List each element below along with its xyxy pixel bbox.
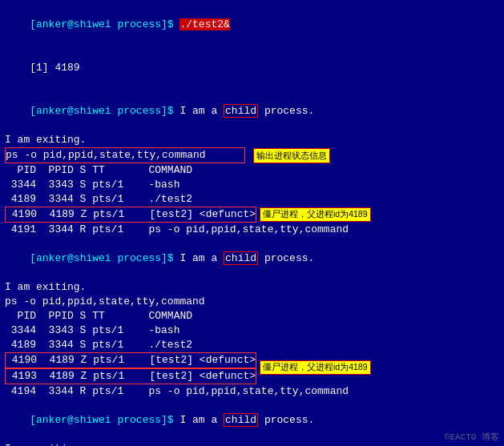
line-2: [1] 4189 <box>5 46 499 90</box>
annotation-zombie-2: 僵尸进程，父进程id为4189 <box>260 360 371 375</box>
zombie-row-1: 4190 4189 Z pts/1 [test2] <defunct> 僵尸进程… <box>5 207 499 223</box>
line-child-2: [anker@shiwei process]$ I am a child pro… <box>5 237 499 280</box>
row-4191: 4191 3344 R pts/1 ps -o pid,ppid,state,t… <box>5 223 499 237</box>
table-header-1: PID PPID S TT COMMAND <box>5 163 499 178</box>
watermark: ©EACTO 博客 <box>445 431 499 443</box>
line-4: I am exiting. <box>5 133 499 147</box>
prompt-1: [anker@shiwei process]$ <box>30 18 179 30</box>
row-3344-1: 3344 3343 S pts/1 -bash <box>5 178 499 192</box>
line-exit-3: I am exiting. <box>5 442 499 446</box>
zombie-rows-block: 4190 4189 Z pts/1 [test2] <defunct> 4193… <box>5 352 499 384</box>
zombie-4193: 4193 4189 Z pts/1 [test2] <defunct> <box>5 368 256 384</box>
line-3: [anker@shiwei process]$ I am a child pro… <box>5 90 499 133</box>
annotation-zombie-1: 僵尸进程，父进程id为4189 <box>260 207 371 222</box>
ps-cmd-1: ps -o pid,ppid,state,tty,command <box>5 147 245 163</box>
zombie-4190-2: 4190 4189 Z pts/1 [test2] <defunct> <box>5 352 256 368</box>
line-child-3: [anker@shiwei process]$ I am a child pro… <box>5 399 499 442</box>
line-1: [anker@shiwei process]$ ./test2& <box>5 3 499 46</box>
table-header-2: PID PPID S TT COMMAND <box>5 309 499 323</box>
zombie-4190-1: 4190 4189 Z pts/1 [test2] <defunct> <box>5 207 256 223</box>
row-4189-1: 4189 3344 S pts/1 ./test2 <box>5 192 499 207</box>
terminal: [anker@shiwei process]$ ./test2& [1] 418… <box>0 0 504 446</box>
row-3344-2: 3344 3343 S pts/1 -bash <box>5 323 499 338</box>
row-4194: 4194 3344 R pts/1 ps -o pid,ppid,state,t… <box>5 384 499 399</box>
line-exit-2: I am exiting. <box>5 280 499 295</box>
row-4189-2: 4189 3344 S pts/1 ./test2 <box>5 338 499 352</box>
ps-section-1: ps -o pid,ppid,state,tty,command 输出进程状态信… <box>5 147 499 163</box>
command-1: ./test2& <box>179 18 229 30</box>
ps-cmd-2: ps -o pid,ppid,state,tty,command <box>5 295 499 309</box>
annotation-ps-info: 输出进程状态信息 <box>253 148 330 163</box>
